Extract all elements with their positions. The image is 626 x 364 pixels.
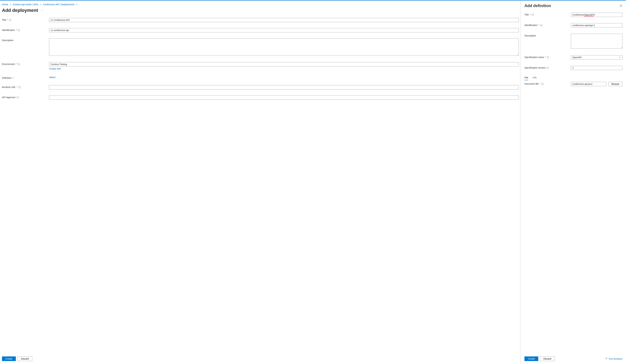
info-icon[interactable]: i xyxy=(19,86,21,88)
chevron-right-icon xyxy=(40,3,42,5)
chevron-right-icon xyxy=(9,3,11,5)
spec-version-input[interactable] xyxy=(571,66,622,70)
tab-url[interactable]: URL xyxy=(533,76,537,80)
browse-button[interactable]: Browse xyxy=(608,82,622,86)
page-title: Add deployment xyxy=(2,8,38,13)
identification-label: Identification xyxy=(2,29,15,32)
title-input[interactable] xyxy=(49,18,519,22)
required-indicator: * xyxy=(7,19,8,21)
info-icon[interactable]: i xyxy=(532,14,534,16)
document-file-label: Document file xyxy=(524,83,539,85)
info-icon[interactable]: i xyxy=(540,24,542,26)
create-new-environment-link[interactable]: Create new xyxy=(49,67,61,70)
panel-title: Add definition xyxy=(524,3,551,8)
panel-description-label: Description xyxy=(524,34,536,37)
panel-identification-label: Identification xyxy=(524,24,538,27)
title-label: Title xyxy=(2,19,6,21)
tab-file[interactable]: File xyxy=(524,76,528,80)
info-icon[interactable]: i xyxy=(18,29,20,31)
required-indicator: * xyxy=(12,77,13,79)
runtime-url-label: Runtime URL xyxy=(2,86,16,88)
api-approver-label: API Approver xyxy=(2,96,16,99)
required-indicator: * xyxy=(539,24,539,27)
select-definition-link[interactable]: Select xyxy=(49,76,55,79)
breadcrumb: Home contoso-api-center | APIs Conferenc… xyxy=(2,0,519,7)
spec-name-label: Specification name xyxy=(524,56,544,59)
discard-button[interactable]: Discard xyxy=(17,357,32,361)
feedback-icon xyxy=(605,357,608,360)
description-textarea[interactable] xyxy=(49,38,519,56)
panel-description-textarea[interactable] xyxy=(571,34,622,48)
info-icon[interactable]: i xyxy=(547,67,549,69)
close-icon[interactable] xyxy=(620,4,622,7)
api-approver-input[interactable] xyxy=(49,95,519,100)
environment-input[interactable] xyxy=(49,62,519,66)
runtime-url-input[interactable] xyxy=(49,85,519,89)
panel-title-input[interactable]: Conference OpenAPI 2 xyxy=(571,13,622,17)
spec-name-select[interactable]: OpenAPI xyxy=(571,55,622,60)
document-input-tabs: File URL xyxy=(524,76,622,80)
required-indicator: * xyxy=(16,63,17,66)
panel-title-label: Title xyxy=(524,13,529,16)
give-feedback-link[interactable]: Give feedback xyxy=(605,357,622,360)
breadcrumb-api-center[interactable]: contoso-api-center | APIs xyxy=(13,3,38,6)
panel-create-button[interactable]: Create xyxy=(524,357,538,361)
info-icon[interactable]: i xyxy=(9,19,11,21)
environment-label: Environment xyxy=(2,63,15,66)
info-icon[interactable]: i xyxy=(17,96,19,99)
create-button[interactable]: Create xyxy=(2,357,16,361)
required-indicator: * xyxy=(16,29,17,32)
chevron-right-icon xyxy=(76,3,78,5)
breadcrumb-home[interactable]: Home xyxy=(2,3,8,6)
document-file-input[interactable] xyxy=(571,82,606,86)
required-indicator: * xyxy=(545,56,546,59)
info-icon[interactable]: i xyxy=(547,56,549,58)
required-indicator: * xyxy=(17,86,18,88)
svg-point-0 xyxy=(606,358,607,358)
info-icon[interactable]: i xyxy=(541,83,544,85)
chevron-down-icon xyxy=(619,56,621,59)
more-actions-icon[interactable]: ··· xyxy=(41,9,44,12)
spec-version-label: Specification version xyxy=(524,66,546,69)
required-indicator: * xyxy=(540,83,541,85)
panel-discard-button[interactable]: Discard xyxy=(540,357,554,361)
info-icon[interactable]: i xyxy=(18,63,20,65)
breadcrumb-conference-api[interactable]: Conference API | Deployments xyxy=(43,3,75,6)
description-label: Description xyxy=(2,39,13,42)
required-indicator: * xyxy=(530,13,531,16)
identification-input[interactable] xyxy=(49,28,519,33)
panel-identification-input[interactable] xyxy=(571,23,622,28)
definition-label: Definition xyxy=(2,77,11,79)
